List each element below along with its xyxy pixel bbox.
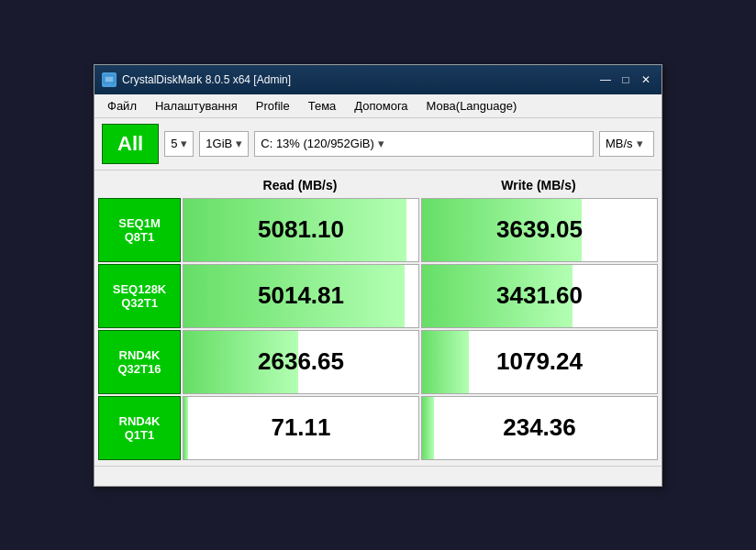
row-label-line1-0: SEQ1M <box>118 216 161 230</box>
size-select[interactable]: 1GiB ▾ <box>199 131 249 157</box>
read-cell-1: 5014.81 <box>183 264 419 328</box>
table-header: Read (MB/s) Write (MB/s) <box>98 174 658 196</box>
read-value-3: 71.11 <box>271 413 330 442</box>
read-value-2: 2636.65 <box>258 347 344 376</box>
menu-item---------[interactable]: Допомога <box>347 97 415 115</box>
row-label-2: RND4K Q32T16 <box>98 330 181 394</box>
menu-item-----[interactable]: Файл <box>100 97 144 115</box>
write-value-2: 1079.24 <box>496 347 583 376</box>
toolbar: All 5 ▾ 1GiB ▾ C: 13% (120/952GiB) ▾ MB/… <box>94 118 662 170</box>
drive-value: C: 13% (120/952GiB) <box>261 137 374 150</box>
app-icon <box>102 72 117 87</box>
row-label-line1-3: RND4K <box>119 414 161 428</box>
count-value: 5 <box>171 137 177 150</box>
table-row: SEQ128K Q32T1 5014.81 3431.60 <box>98 264 658 328</box>
main-content: Read (MB/s) Write (MB/s) SEQ1M Q8T1 5081… <box>94 170 662 466</box>
header-read: Read (MB/s) <box>181 174 419 196</box>
write-cell-0: 3639.05 <box>421 198 658 262</box>
count-chevron: ▾ <box>181 137 187 150</box>
row-label-line2-0: Q8T1 <box>125 230 155 244</box>
table-row: RND4K Q32T16 2636.65 1079.24 <box>98 330 658 394</box>
table-row: RND4K Q1T1 71.11 234.36 <box>98 396 658 460</box>
window-title: CrystalDiskMark 8.0.5 x64 [Admin] <box>122 73 291 86</box>
write-cell-2: 1079.24 <box>421 330 658 394</box>
row-label-line2-1: Q32T1 <box>121 296 158 310</box>
header-empty <box>98 174 181 196</box>
row-label-line1-2: RND4K <box>119 348 161 362</box>
row-label-line2-2: Q32T16 <box>118 362 161 376</box>
read-value-1: 5014.81 <box>258 281 344 310</box>
title-bar: CrystalDiskMark 8.0.5 x64 [Admin] — □ ✕ <box>94 65 662 94</box>
write-value-1: 3431.60 <box>496 281 583 310</box>
unit-select[interactable]: MB/s ▾ <box>599 131 654 157</box>
unit-chevron: ▾ <box>637 137 643 150</box>
svg-rect-3 <box>106 84 113 85</box>
title-bar-controls: — □ ✕ <box>597 72 654 87</box>
row-label-0: SEQ1M Q8T1 <box>98 198 181 262</box>
menu-item-----[interactable]: Тема <box>301 97 344 115</box>
row-label-line1-1: SEQ128K <box>113 282 167 296</box>
app-window: CrystalDiskMark 8.0.5 x64 [Admin] — □ ✕ … <box>94 64 662 487</box>
header-write: Write (MB/s) <box>419 174 658 196</box>
read-cell-3: 71.11 <box>183 396 419 460</box>
menu-item-------------[interactable]: Налаштування <box>148 97 245 115</box>
write-cell-3: 234.36 <box>421 396 658 460</box>
maximize-button[interactable]: □ <box>617 72 634 87</box>
row-label-1: SEQ128K Q32T1 <box>98 264 181 328</box>
menu-item------language-[interactable]: Мова(Language) <box>419 97 525 115</box>
all-button[interactable]: All <box>102 124 159 164</box>
menu-bar: ФайлНалаштуванняProfileТемаДопомогаМова(… <box>94 94 662 118</box>
write-value-3: 234.36 <box>503 413 576 442</box>
drive-chevron: ▾ <box>378 137 384 150</box>
title-bar-left: CrystalDiskMark 8.0.5 x64 [Admin] <box>102 72 291 87</box>
close-button[interactable]: ✕ <box>638 72 654 87</box>
count-select[interactable]: 5 ▾ <box>164 131 194 157</box>
drive-select[interactable]: C: 13% (120/952GiB) ▾ <box>254 131 594 157</box>
read-cell-2: 2636.65 <box>183 330 419 394</box>
read-cell-0: 5081.10 <box>183 198 419 262</box>
row-label-3: RND4K Q1T1 <box>98 396 181 460</box>
status-bar <box>94 466 662 486</box>
write-cell-1: 3431.60 <box>421 264 658 328</box>
read-value-0: 5081.10 <box>258 215 344 244</box>
svg-rect-1 <box>106 77 113 82</box>
minimize-button[interactable]: — <box>597 72 614 87</box>
table-row: SEQ1M Q8T1 5081.10 3639.05 <box>98 198 658 262</box>
menu-item-profile[interactable]: Profile <box>249 97 297 115</box>
unit-value: MB/s <box>606 137 633 150</box>
write-value-0: 3639.05 <box>496 215 583 244</box>
size-chevron: ▾ <box>236 137 242 150</box>
size-value: 1GiB <box>206 137 232 150</box>
row-label-line2-3: Q1T1 <box>125 428 155 442</box>
